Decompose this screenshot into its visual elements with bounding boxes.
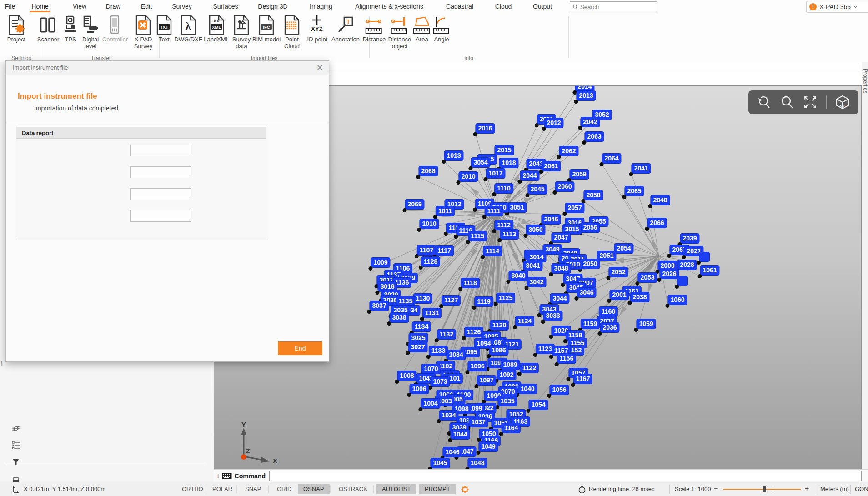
- survey-point-3041[interactable]: 3041: [523, 261, 542, 271]
- survey-point-1156[interactable]: 1156: [557, 353, 576, 364]
- survey-point-1060[interactable]: 1060: [667, 295, 687, 305]
- survey-point-1089[interactable]: 1089: [500, 360, 520, 370]
- survey-point-2036[interactable]: 2036: [600, 322, 619, 333]
- menu-item-cadastral[interactable]: Cadastral: [446, 3, 473, 10]
- survey-point-1006[interactable]: 1006: [409, 384, 429, 394]
- survey-point-2026[interactable]: 2026: [659, 269, 679, 279]
- survey-point-3050[interactable]: 3050: [526, 225, 545, 235]
- ribbon-button-project[interactable]: Project: [6, 15, 27, 43]
- ribbon-button-controller[interactable]: Controller: [102, 15, 128, 43]
- ribbon-button-distance[interactable]: Distance: [363, 15, 386, 43]
- status-toggle-prompt[interactable]: PROMPT: [419, 484, 456, 494]
- survey-point-2016[interactable]: 2016: [475, 123, 495, 134]
- ribbon-button-landxml[interactable]: ‹O›XMLLandXML: [204, 15, 229, 43]
- ribbon-button-angle[interactable]: Angle: [431, 15, 452, 43]
- survey-point-1107[interactable]: 1107: [417, 245, 436, 256]
- ribbon-button-scanner[interactable]: Scanner: [37, 15, 59, 43]
- menu-item-file[interactable]: File: [5, 3, 15, 10]
- survey-point-1159[interactable]: 1159: [581, 319, 600, 329]
- dialog-title-bar[interactable]: Import instrument file ✕: [6, 61, 329, 75]
- view-3d-cube-icon[interactable]: 3D: [834, 94, 851, 110]
- zoom-icon[interactable]: [779, 95, 795, 110]
- angle-units-selector[interactable]: GON: [855, 486, 868, 492]
- menu-item-design-3d[interactable]: Design 3D: [258, 3, 287, 10]
- status-toggle-osnap[interactable]: OSNAP: [298, 484, 330, 494]
- status-toggle-autolist[interactable]: AUTOLIST: [376, 484, 416, 494]
- survey-point-1134[interactable]: 1134: [412, 321, 431, 332]
- survey-point-1048[interactable]: 1048: [467, 458, 487, 468]
- menu-item-surfaces[interactable]: Surfaces: [213, 3, 238, 10]
- survey-point-1122[interactable]: 1122: [520, 363, 539, 373]
- survey-point-1008[interactable]: 1008: [397, 371, 416, 381]
- end-button[interactable]: End: [278, 341, 322, 355]
- survey-point-1110[interactable]: 1110: [494, 183, 513, 194]
- survey-point-2063[interactable]: 2063: [584, 131, 604, 142]
- units-selector[interactable]: Meters (m): [820, 486, 849, 492]
- ribbon-button-dwg-dxf[interactable]: λDWG/DXF: [174, 15, 202, 43]
- status-toggle-ostrack[interactable]: OSTRACK: [333, 484, 373, 494]
- survey-point-1120[interactable]: 1120: [490, 320, 509, 331]
- survey-point-1114[interactable]: 1114: [483, 246, 502, 256]
- menu-item-survey[interactable]: Survey: [172, 3, 192, 10]
- menu-item-alignments-x-sections[interactable]: Alignments & x-sections: [355, 3, 423, 10]
- survey-point-1115[interactable]: 1115: [468, 231, 487, 241]
- survey-point-2060[interactable]: 2060: [555, 181, 574, 192]
- survey-point-2059[interactable]: 2059: [569, 169, 589, 180]
- survey-point-1040[interactable]: 1040: [517, 384, 537, 394]
- ribbon-button-area[interactable]: Area: [411, 15, 432, 43]
- survey-point-hidden[interactable]: [677, 276, 688, 286]
- zoom-out-minus[interactable]: −: [714, 485, 718, 493]
- drag-handle-icon[interactable]: •••: [217, 474, 219, 478]
- survey-point-2038[interactable]: 2038: [630, 292, 649, 302]
- survey-point-1073[interactable]: 1073: [430, 376, 450, 387]
- survey-point-3051[interactable]: 3051: [507, 202, 527, 213]
- survey-point-1118[interactable]: 1118: [461, 278, 480, 288]
- survey-point-2056[interactable]: 2056: [580, 222, 600, 233]
- menu-item-cloud[interactable]: Cloud: [495, 3, 512, 10]
- survey-point-1034[interactable]: 1034: [439, 410, 458, 421]
- survey-point-2045[interactable]: 2045: [527, 184, 547, 195]
- survey-point-2069[interactable]: 2069: [405, 199, 424, 210]
- ribbon-button-survey-data[interactable]: Survey data: [231, 15, 252, 50]
- status-toggle-snap[interactable]: SNAP: [240, 484, 266, 494]
- survey-point-2041[interactable]: 2041: [631, 163, 651, 174]
- menu-item-edit[interactable]: Edit: [141, 3, 152, 10]
- survey-point-2062[interactable]: 2062: [559, 146, 578, 156]
- survey-point-1131[interactable]: 1131: [422, 308, 442, 318]
- survey-point-1004[interactable]: 1004: [421, 398, 440, 409]
- survey-point-1164[interactable]: 1164: [502, 423, 521, 433]
- survey-point-2068[interactable]: 2068: [418, 166, 438, 176]
- survey-point-2042[interactable]: 2042: [580, 117, 600, 127]
- survey-point-1018[interactable]: 1018: [499, 158, 518, 168]
- survey-point-2047[interactable]: 2047: [551, 232, 571, 243]
- menu-item-imaging[interactable]: Imaging: [310, 3, 332, 10]
- survey-point-3033[interactable]: 3033: [543, 311, 562, 321]
- survey-point-1086[interactable]: 1086: [489, 345, 508, 356]
- survey-point-2065[interactable]: 2065: [624, 186, 644, 196]
- survey-point-1160[interactable]: 1160: [599, 306, 618, 317]
- survey-point-1011[interactable]: 1011: [436, 206, 455, 216]
- survey-point-1045[interactable]: 1045: [430, 458, 450, 468]
- survey-point-3027[interactable]: 3027: [408, 342, 427, 352]
- zoom-previous-icon[interactable]: [756, 95, 772, 110]
- survey-point-1017[interactable]: 1017: [486, 168, 505, 179]
- survey-point-3044[interactable]: 3044: [550, 293, 569, 304]
- ribbon-button-bim-model[interactable]: IFCBIM model: [252, 15, 281, 43]
- status-toggle-polar[interactable]: POLAR: [207, 484, 238, 494]
- survey-point-2050[interactable]: 2050: [580, 259, 600, 269]
- survey-point-2058[interactable]: 2058: [583, 190, 603, 200]
- survey-point-1013[interactable]: 1013: [444, 150, 463, 161]
- survey-point-hidden[interactable]: [699, 252, 710, 262]
- survey-point-3040[interactable]: 3040: [508, 271, 528, 281]
- menu-item-draw[interactable]: Draw: [106, 3, 121, 10]
- survey-point-2057[interactable]: 2057: [565, 203, 584, 213]
- survey-point-1035[interactable]: 1035: [497, 396, 517, 406]
- survey-point-2001[interactable]: 2001: [609, 290, 629, 300]
- survey-point-1126[interactable]: 1126: [464, 327, 483, 337]
- splitter-handle-icon[interactable]: •••: [1, 360, 3, 366]
- survey-point-1128[interactable]: 1128: [421, 256, 440, 267]
- gear-icon[interactable]: [461, 486, 469, 493]
- properties-tab[interactable]: Properties: [862, 62, 868, 482]
- survey-point-1037[interactable]: 1037: [468, 417, 488, 427]
- ribbon-button-x-pad-survey[interactable]: X-PAD Survey: [133, 15, 154, 50]
